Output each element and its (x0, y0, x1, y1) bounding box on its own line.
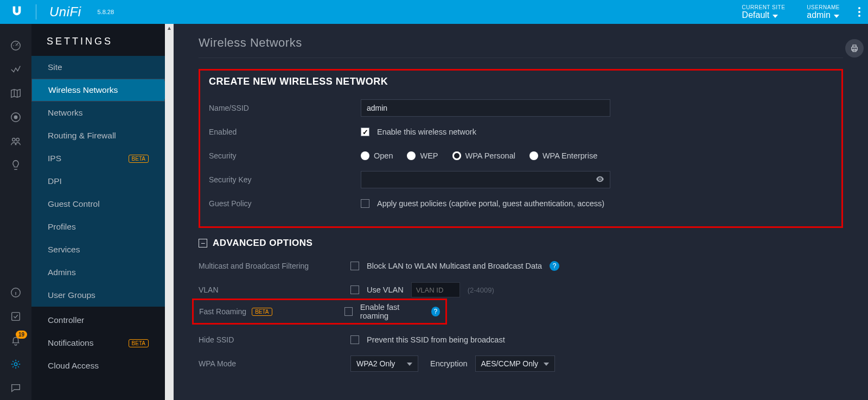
vlan-id-input[interactable] (411, 282, 460, 297)
radio-label: WEP (420, 151, 438, 160)
encryption-select[interactable]: AES/CCMP Only (475, 355, 556, 372)
divider (199, 58, 843, 58)
svg-point-4 (16, 138, 19, 142)
brand-area: UniFi 5.8.28 (0, 4, 114, 20)
username-label: USERNAME (807, 4, 840, 10)
sidebar-item-admins[interactable]: Admins (31, 261, 165, 284)
events-icon[interactable] (0, 304, 31, 328)
select-value: WPA2 Only (356, 359, 395, 368)
statistics-icon[interactable] (0, 58, 31, 81)
version-label: 5.8.28 (98, 9, 114, 15)
current-site-value: Default (742, 10, 770, 20)
field-label-security-key: Security Key (209, 175, 361, 184)
scrollbar[interactable]: ▲ (165, 24, 174, 400)
vlan-checkbox[interactable] (350, 285, 359, 294)
beta-badge: BETA (129, 339, 149, 347)
beta-badge: BETA (129, 155, 149, 163)
fast-roaming-text: Enable fast roaming (360, 303, 424, 320)
username-selector[interactable]: USERNAME admin (796, 0, 851, 24)
sidebar-item-site[interactable]: Site (31, 56, 165, 79)
radio-label: WPA Personal (465, 151, 515, 160)
field-label-hide-ssid: Hide SSID (199, 335, 350, 344)
fast-roaming-highlight: Fast Roaming BETA Enable fast roaming ? (192, 299, 447, 325)
advanced-options-header[interactable]: − ADVANCED OPTIONS (199, 238, 843, 249)
more-menu-icon[interactable] (851, 7, 868, 17)
sidebar-item-label: Wireless Networks (48, 85, 118, 95)
svg-point-3 (12, 138, 15, 142)
sidebar-item-profiles[interactable]: Profiles (31, 215, 165, 238)
field-label-guest-policy: Guest Policy (209, 199, 361, 208)
sidebar-item-guest-control[interactable]: Guest Control (31, 193, 165, 215)
multicast-text: Block LAN to WLAN Multicast and Broadcas… (367, 262, 542, 270)
wpa-mode-select[interactable]: WPA2 Only (350, 355, 418, 372)
guest-policy-text: Apply guest policies (captive portal, gu… (377, 199, 604, 208)
show-password-icon[interactable] (595, 174, 605, 186)
chevron-down-icon (773, 10, 778, 20)
help-icon[interactable]: ? (431, 307, 440, 316)
enabled-checkbox[interactable] (361, 128, 369, 136)
devices-icon[interactable] (0, 105, 31, 129)
sidebar-item-user-groups[interactable]: User Groups (31, 284, 165, 307)
field-label-security: Security (209, 151, 361, 160)
sidebar-item-ips[interactable]: IPSBETA (31, 147, 165, 170)
topbar: UniFi 5.8.28 CURRENT SITE Default USERNA… (0, 0, 868, 24)
security-wpa-enterprise-radio[interactable]: WPA Enterprise (529, 151, 597, 160)
icon-rail: 19 (0, 24, 31, 400)
sidebar-item-cloud-access[interactable]: Cloud Access (31, 354, 165, 377)
hide-ssid-text: Prevent this SSID from being broadcast (367, 335, 505, 344)
vlan-text: Use VLAN (367, 285, 404, 294)
sidebar-item-controller[interactable]: Controller (31, 309, 165, 332)
dashboard-icon[interactable] (0, 34, 31, 58)
field-label-fast-roaming: Fast Roaming (199, 307, 246, 316)
insights-icon[interactable] (0, 153, 31, 177)
current-site-selector[interactable]: CURRENT SITE Default (731, 0, 796, 24)
sidebar-item-label: Networks (48, 108, 83, 118)
chevron-down-icon (407, 361, 412, 367)
svg-point-7 (14, 363, 17, 366)
chevron-down-icon (544, 361, 549, 367)
hide-ssid-checkbox[interactable] (350, 335, 359, 344)
sidebar-item-label: Services (48, 245, 80, 255)
collapse-icon[interactable]: − (199, 239, 207, 247)
scroll-up-icon[interactable]: ▲ (167, 25, 172, 31)
svg-rect-9 (853, 45, 856, 47)
security-wpa-personal-radio[interactable]: WPA Personal (452, 151, 515, 160)
guest-policy-checkbox[interactable] (361, 199, 369, 208)
security-key-input[interactable] (361, 171, 610, 188)
sidebar-item-label: Controller (48, 315, 84, 325)
sidebar-item-notifications[interactable]: NotificationsBETA (31, 332, 165, 354)
chevron-down-icon (834, 10, 839, 20)
ubiquiti-logo-icon (11, 5, 23, 19)
sidebar-item-routing-firewall[interactable]: Routing & Firewall (31, 124, 165, 147)
field-label-multicast: Multicast and Broadcast Filtering (199, 262, 350, 270)
separator (36, 4, 36, 20)
sidebar-item-label: Site (48, 62, 62, 72)
field-label-vlan: VLAN (199, 285, 350, 294)
help-icon[interactable]: ? (550, 261, 559, 271)
sidebar-item-services[interactable]: Services (31, 238, 165, 261)
beta-badge: BETA (252, 308, 272, 316)
advanced-title: ADVANCED OPTIONS (213, 238, 312, 249)
encryption-label: Encryption (430, 359, 468, 368)
ssid-input[interactable] (361, 99, 610, 117)
sidebar-item-label: Notifications (48, 338, 93, 348)
info-icon[interactable] (0, 281, 31, 304)
settings-icon[interactable] (0, 352, 31, 376)
security-open-radio[interactable]: Open (361, 151, 393, 160)
sidebar-item-dpi[interactable]: DPI (31, 170, 165, 193)
sidebar-item-wireless-networks[interactable]: Wireless Networks (31, 79, 165, 101)
radio-label: WPA Enterprise (542, 151, 597, 160)
sidebar-item-label: Guest Control (48, 199, 100, 209)
print-icon[interactable] (845, 39, 864, 58)
chat-icon[interactable] (0, 376, 31, 400)
security-wep-radio[interactable]: WEP (407, 151, 438, 160)
radio-label: Open (374, 151, 393, 160)
svg-point-2 (14, 116, 17, 119)
clients-icon[interactable] (0, 129, 31, 153)
multicast-checkbox[interactable] (350, 262, 359, 270)
alerts-icon[interactable]: 19 (0, 328, 31, 352)
map-icon[interactable] (0, 81, 31, 105)
sidebar-item-networks[interactable]: Networks (31, 101, 165, 124)
enabled-text: Enable this wireless network (377, 128, 476, 136)
fast-roaming-checkbox[interactable] (344, 307, 353, 316)
